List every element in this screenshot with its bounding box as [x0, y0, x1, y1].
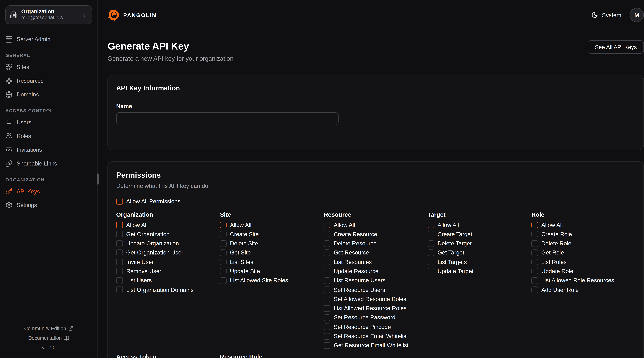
permission-row-role-update-role: Update Role — [531, 268, 635, 275]
allow-all-permissions-checkbox[interactable] — [116, 198, 123, 205]
checkbox-role-allow-all[interactable] — [531, 221, 538, 228]
permission-row-resource-delete-resource: Delete Resource — [324, 240, 428, 247]
permission-row-organization-allow-all: Allow All — [116, 221, 220, 228]
permission-label: List Roles — [541, 259, 566, 265]
permission-label: Get Site — [230, 250, 251, 256]
documentation-link[interactable]: Documentation — [0, 335, 98, 342]
checkbox-resource-list-allowed-resource-roles[interactable] — [324, 305, 330, 312]
theme-toggle[interactable]: System — [592, 12, 621, 18]
api-key-name-input[interactable] — [116, 112, 338, 125]
community-edition-link[interactable]: Community Edition — [0, 325, 98, 332]
checkbox-site-get-site[interactable] — [220, 249, 227, 256]
checkbox-site-allow-all[interactable] — [220, 221, 227, 228]
external-link-icon — [68, 326, 73, 331]
sidebar-resize-handle[interactable] — [97, 173, 99, 184]
checkbox-organization-allow-all[interactable] — [116, 221, 123, 228]
permission-row-site-create-site: Create Site — [220, 231, 324, 237]
permission-label: Delete Role — [541, 240, 571, 247]
sidebar-item-sites[interactable]: Sites — [6, 63, 92, 71]
sidebar-item-api-keys[interactable]: API Keys — [6, 187, 92, 195]
checkbox-resource-allow-all[interactable] — [324, 221, 330, 228]
checkbox-resource-set-resource-password[interactable] — [324, 314, 330, 321]
sidebar-item-domains[interactable]: Domains — [6, 90, 92, 99]
see-all-api-keys-button[interactable]: See All API Keys — [588, 40, 644, 54]
checkbox-site-delete-site[interactable] — [220, 240, 227, 247]
permission-row-site-allow-all: Allow All — [220, 221, 324, 228]
sidebar-item-roles[interactable]: Roles — [6, 132, 92, 140]
sidebar-item-users[interactable]: Users — [6, 118, 92, 126]
checkbox-organization-update-organization[interactable] — [116, 240, 123, 247]
permission-label: Update Site — [230, 268, 260, 274]
permission-label: Get Resource — [334, 250, 369, 256]
checkbox-role-update-role[interactable] — [531, 268, 538, 275]
documentation-label: Documentation — [28, 335, 62, 341]
checkbox-target-allow-all[interactable] — [428, 221, 434, 228]
checkbox-organization-list-users[interactable] — [116, 277, 123, 284]
permission-row-site-list-allowed-site-roles: List Allowed Site Roles — [220, 277, 324, 284]
checkbox-resource-set-allowed-resource-roles[interactable] — [324, 296, 330, 302]
permission-label: Create Site — [230, 231, 259, 237]
permission-row-site-update-site: Update Site — [220, 268, 324, 275]
checkbox-role-list-roles[interactable] — [531, 259, 538, 265]
checkbox-resource-get-resource-email-whitelist[interactable] — [324, 342, 330, 349]
pangolin-logo-icon — [108, 9, 120, 21]
checkbox-organization-remove-user[interactable] — [116, 268, 123, 275]
checkbox-organization-invite-user[interactable] — [116, 259, 123, 265]
user-avatar[interactable]: M — [630, 8, 644, 22]
checkbox-resource-get-resource[interactable] — [324, 249, 330, 256]
permission-label: Delete Target — [438, 240, 472, 247]
permission-label: Set Resource Email Whitelist — [334, 333, 408, 339]
permission-row-organization-get-organization: Get Organization — [116, 231, 220, 237]
checkbox-resource-list-resources[interactable] — [324, 259, 330, 265]
checkbox-site-list-allowed-site-roles[interactable] — [220, 277, 227, 284]
permission-label: Delete Site — [230, 240, 258, 247]
sidebar-item-resources[interactable]: Resources — [6, 76, 92, 85]
permission-label: List Allowed Role Resources — [541, 278, 614, 284]
page-header-text: Generate API Key Generate a new API key … — [108, 40, 234, 62]
checkbox-target-create-target[interactable] — [428, 231, 434, 237]
checkbox-role-create-role[interactable] — [531, 231, 538, 237]
checkbox-resource-set-resource-email-whitelist[interactable] — [324, 333, 330, 340]
permission-row-organization-update-organization: Update Organization — [116, 240, 220, 247]
permissions-title: Permissions — [116, 171, 635, 180]
info-card-title: API Key Information — [116, 84, 635, 92]
permission-row-target-create-target: Create Target — [428, 231, 531, 237]
resources-icon — [6, 77, 12, 84]
checkbox-target-get-target[interactable] — [428, 249, 434, 256]
sidebar-item-invitations[interactable]: Invitations — [6, 146, 92, 154]
permission-label: List Sites — [230, 259, 253, 265]
sidebar-item-server-admin[interactable]: Server Admin — [6, 35, 92, 43]
org-selector[interactable]: Organization milo@fossorial.io's ... — [6, 5, 92, 24]
checkbox-resource-list-resource-users[interactable] — [324, 277, 330, 284]
domains-icon — [6, 91, 12, 98]
permission-label: Update Target — [438, 268, 474, 274]
checkbox-organization-get-organization-user[interactable] — [116, 249, 123, 256]
checkbox-resource-create-resource[interactable] — [324, 231, 330, 237]
checkbox-role-add-user-role[interactable] — [531, 287, 538, 293]
checkbox-resource-set-resource-pincode[interactable] — [324, 324, 330, 330]
permissions-grid-extra: Access TokenResource Rule — [116, 354, 635, 358]
sidebar-item-label: Server Admin — [16, 36, 50, 42]
sidebar-item-settings[interactable]: Settings — [6, 201, 92, 209]
checkbox-role-delete-role[interactable] — [531, 240, 538, 247]
checkbox-target-update-target[interactable] — [428, 268, 434, 275]
permission-row-organization-get-organization-user: Get Organization User — [116, 249, 220, 256]
checkbox-site-update-site[interactable] — [220, 268, 227, 275]
checkbox-resource-set-resource-users[interactable] — [324, 287, 330, 293]
permission-row-target-delete-target: Delete Target — [428, 240, 531, 247]
checkbox-role-get-role[interactable] — [531, 249, 538, 256]
sidebar-item-shareable-links[interactable]: Shareable Links — [6, 159, 92, 168]
checkbox-resource-delete-resource[interactable] — [324, 240, 330, 247]
permission-label: Update Role — [541, 268, 573, 274]
permission-row-resource-set-allowed-resource-roles: Set Allowed Resource Roles — [324, 296, 428, 302]
invitations-icon — [6, 146, 12, 153]
checkbox-resource-update-resource[interactable] — [324, 268, 330, 275]
checkbox-target-delete-target[interactable] — [428, 240, 434, 247]
checkbox-site-list-sites[interactable] — [220, 259, 227, 265]
checkbox-target-list-targets[interactable] — [428, 259, 434, 265]
checkbox-role-list-allowed-role-resources[interactable] — [531, 277, 538, 284]
checkbox-site-create-site[interactable] — [220, 231, 227, 237]
checkbox-organization-get-organization[interactable] — [116, 231, 123, 237]
checkbox-organization-list-organization-domains[interactable] — [116, 287, 123, 293]
permission-label: List Resource Users — [334, 278, 386, 284]
